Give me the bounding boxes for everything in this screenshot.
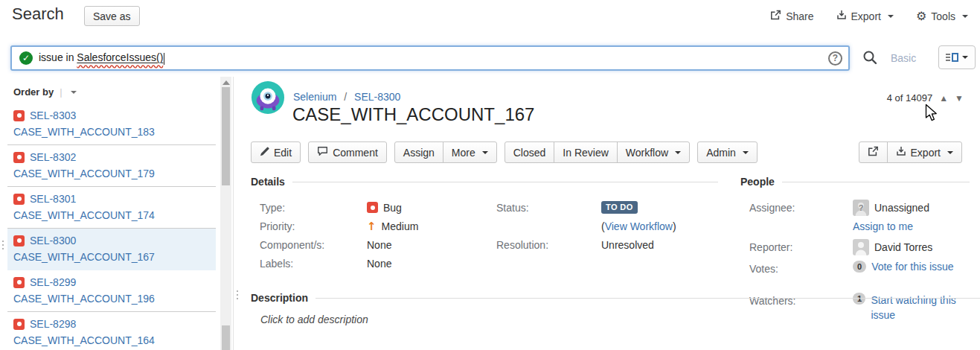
reporter-avatar-icon [853,239,869,255]
workflow-button-group: Closed In Review Workflow [505,141,690,163]
issue-list: SEL-8303 CASE_WITH_ACCOUNT_183 SEL-8302 … [7,104,216,350]
bug-icon [13,152,25,163]
chevron-down-icon [947,151,953,154]
details-heading: Details [251,176,285,188]
chevron-down-icon [888,15,894,18]
gear-icon: ⚙ [916,10,926,22]
scrollbar-thumb[interactable] [222,87,230,185]
people-heading: People [740,176,775,188]
unassigned-avatar-icon: ? [853,200,869,216]
field-votes: Votes: 0 Vote for this issue [740,261,970,275]
closed-transition-button[interactable]: Closed [505,141,555,163]
basic-mode-switch[interactable]: Basic [891,52,916,64]
issue-toolbar-right: Export [859,141,962,163]
bug-icon [13,277,25,288]
admin-menu-button[interactable]: Admin [697,141,758,163]
order-by-dropdown[interactable]: Order by | [0,77,220,102]
export-icon [836,10,847,22]
pager-position: 4 of 14097 [887,92,932,104]
view-workflow-link[interactable]: View Workflow [605,220,673,232]
bug-icon [367,202,378,213]
next-issue-button[interactable]: ▼ [955,94,964,103]
assign-button-group: Assign More [394,141,497,163]
detail-view-icon [946,53,958,62]
chevron-down-icon [675,151,681,154]
field-reporter: Reporter: David Torres [740,239,970,255]
more-menu-button[interactable]: More [443,141,497,163]
votes-badge: 0 [853,261,866,273]
bug-icon [13,235,25,246]
svg-text:?: ? [859,203,864,212]
bug-icon [13,194,25,205]
breadcrumb: Selenium / SEL-8300 [293,91,400,103]
chevron-down-icon [482,151,488,154]
issue-title: CASE_WITH_ACCOUNT_167 [292,104,534,125]
chevron-down-icon [962,56,968,59]
export-menu-button[interactable]: Export [836,10,894,22]
section-rule [782,182,970,182]
status-badge: TO DO [601,201,638,214]
layout-switcher-button[interactable] [938,45,976,69]
field-view-workflow: (View Workflow) [487,217,718,235]
field-resolution: Resolution: Unresolved [487,235,718,254]
jql-search-input[interactable]: ✓ issue in SalesforceIssues() ? [10,45,850,71]
save-as-button[interactable]: Save as [84,6,140,26]
assign-to-me-link[interactable]: Assign to me [853,220,913,232]
results-pager: 4 of 14097 ▲ ▼ [887,92,964,104]
export-icon [896,146,906,159]
pencil-icon [260,147,269,159]
breadcrumb-project-link[interactable]: Selenium [293,91,336,103]
tools-menu-button[interactable]: ⚙ Tools [916,10,968,22]
scroll-up-icon[interactable] [222,80,230,85]
comment-bubble-icon [317,146,328,159]
field-assignee: Assignee: ? Unassigned [740,200,970,216]
issue-list-panel: Order by | SEL-8303 CASE_WITH_ACCOUNT_18… [0,77,220,350]
field-status: Status: TO DO [487,198,718,217]
bug-icon [13,319,25,330]
header-actions: Share Export ⚙ Tools [770,10,968,22]
share-issue-button[interactable] [859,141,888,163]
assign-button[interactable]: Assign [394,141,443,163]
jql-query-text: issue in SalesforceIssues() [39,51,164,64]
vote-link[interactable]: Vote for this issue [871,261,954,273]
jira-search-page: Search Save as Share Export ⚙ Tools ✓ is… [0,0,980,350]
description-section: Description Click to add description [251,292,980,325]
export-issue-button[interactable]: Export [887,141,962,163]
priority-medium-icon: ↑ [367,220,377,233]
bug-icon [13,110,25,121]
issue-detail-panel: Selenium / SEL-8300 CASE_WITH_ACCOUNT_16… [234,77,980,350]
syntax-help-icon[interactable]: ? [828,51,842,66]
section-rule [292,182,718,182]
description-placeholder[interactable]: Click to add description [260,314,980,325]
share-icon [868,146,879,159]
chevron-down-icon [743,151,749,154]
in-review-transition-button[interactable]: In Review [554,141,617,163]
breadcrumb-issue-link[interactable]: SEL-8300 [354,91,400,103]
content-area: Order by | SEL-8303 CASE_WITH_ACCOUNT_18… [0,77,980,350]
scrollbar-bottom[interactable] [222,325,230,350]
share-button[interactable]: Share [770,10,813,22]
list-item-selected[interactable]: SEL-8300 CASE_WITH_ACCOUNT_167 [7,229,216,270]
share-icon [770,10,781,22]
search-icon[interactable] [862,49,880,67]
comment-button[interactable]: Comment [308,141,387,163]
chevron-down-icon [71,91,77,94]
page-title: Search [12,4,64,24]
section-rule [316,298,980,299]
edit-button[interactable]: Edit [251,141,301,163]
workflow-menu-button[interactable]: Workflow [617,141,690,163]
list-item[interactable]: SEL-8301 CASE_WITH_ACCOUNT_174 [7,187,216,229]
field-labels: Labels: None [251,254,718,273]
issue-toolbar: Edit Comment Assign More Closed [251,141,758,163]
list-item[interactable]: SEL-8303 CASE_WITH_ACCOUNT_183 [7,104,216,145]
project-avatar [251,80,285,115]
list-item[interactable]: SEL-8302 CASE_WITH_ACCOUNT_179 [7,145,216,187]
left-splitter-handle[interactable] [1,241,4,254]
description-heading: Description [251,292,308,304]
previous-issue-button[interactable]: ▲ [939,94,948,103]
details-section: Details Type: Bug Priority: ↑Medium Comp… [251,176,718,273]
sidebar-scrollbar[interactable] [220,77,231,350]
list-item[interactable]: SEL-8298 CASE_WITH_ACCOUNT_164 [7,312,216,350]
query-valid-check-icon: ✓ [19,51,33,65]
list-item[interactable]: SEL-8299 CASE_WITH_ACCOUNT_196 [7,270,216,312]
